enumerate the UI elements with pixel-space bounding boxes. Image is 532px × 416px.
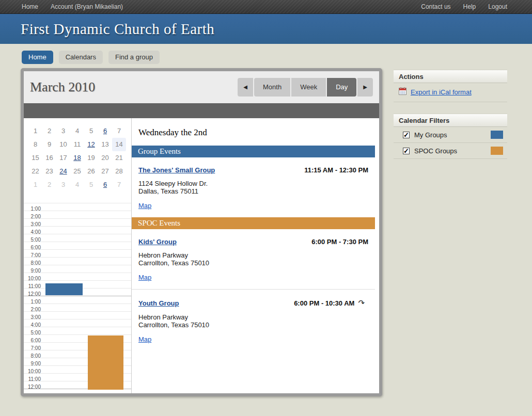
checkbox-my-groups[interactable]: ✓ [403,132,410,138]
mini-month-week: 1234567 [28,124,126,138]
topbar-right-links: Contact usHelpLogout [421,3,507,10]
mini-month-day: 9 [42,138,56,151]
mini-month-day: 26 [84,165,98,178]
hour-row-am: 5:00 [24,234,131,242]
day-view: Wednesday the 2nd Group EventsThe Jones'… [132,118,379,393]
mini-month-day[interactable]: 12 [84,138,98,151]
event-list: The Jones' Small Group11:15 AM - 12:30 P… [132,157,379,217]
hour-row-am: 3:00 [24,219,131,227]
mini-month-week: 22232425262728 [28,165,126,178]
spoc-events-block[interactable] [88,335,123,390]
export-ical-row: Export in iCal format [394,83,507,102]
calendar-filters-header: Calendar Filters [394,114,507,127]
topbar-link-logout[interactable]: Logout [488,3,507,10]
event-link-kids-group[interactable]: Kids' Group [138,238,177,246]
event-link-the-jones-small-group[interactable]: The Jones' Small Group [138,166,215,174]
mini-month-day: 25 [70,165,84,178]
event-item: Kids' Group6:00 PM - 7:30 PMHebron Parkw… [132,229,379,289]
map-link[interactable]: Map [138,274,151,281]
mini-month-week: 15161718192021 [28,151,126,165]
mini-month-day: 16 [42,151,56,165]
topbar-link-account-bryan-mikaelian[interactable]: Account (Bryan Mikaelian) [51,3,123,10]
hour-row-am: 6:00 [24,242,131,250]
hour-row-am: 1:00 [24,203,131,211]
mini-month-day: 28 [112,165,126,178]
topbar-link-contact-us[interactable]: Contact us [421,3,450,10]
hour-row-am: 7:00 [24,250,131,258]
mini-month-day: 13 [98,138,112,151]
prev-day-button[interactable]: ◀ [238,78,253,97]
jones-small-group-block[interactable] [45,283,83,295]
topbar-link-home[interactable]: Home [22,3,38,10]
mini-month-day: 1 [28,124,42,138]
calendar-filters-panel: Calendar Filters ✓My Groups✓SPOC Groups [394,114,507,159]
view-button-week[interactable]: Week [291,78,326,97]
mini-month-day: 8 [28,138,42,151]
calendar-left-column: 1234567891011121314151617181920212223242… [24,118,132,393]
map-link[interactable]: Map [138,335,151,343]
mini-month-day: 10 [56,138,70,151]
address-line: Hebron Parkway [138,314,365,322]
actions-panel-header: Actions [394,70,507,83]
tab-home[interactable]: Home [22,51,53,64]
event-address: Hebron ParkwayCarrollton, Texas 75010 [138,252,368,267]
calendar-panel-header: March 2010 ◀ MonthWeekDay ▶ [24,71,379,103]
event-address: 1124 Sleepy Hollow Dr.Dallas, Texas 7501… [138,180,368,196]
hour-row-pm: 5:00 [24,327,131,335]
calendar-panel: March 2010 ◀ MonthWeekDay ▶ 123456789101… [21,68,382,396]
event-address: Hebron ParkwayCarrollton, Texas 75010 [138,314,365,329]
mini-month-day: 27 [98,165,112,178]
event-title-row: Kids' Group6:00 PM - 7:30 PM [138,238,368,246]
mini-month-day: 2 [42,178,56,191]
mini-month-day: 5 [84,124,98,138]
filter-label: SPOC Groups [414,147,491,155]
address-line: Carrollton, Texas 75010 [138,322,365,329]
event-link-youth-group[interactable]: Youth Group [138,299,179,307]
address-line: Hebron Parkway [138,252,368,260]
address-line: Dallas, Texas 75011 [138,188,368,196]
day-heading: Wednesday the 2nd [138,127,379,138]
site-header: First Dynamic Church of Earth [0,14,532,44]
calendar-toolbar-bar [24,103,379,118]
tab-calendars[interactable]: Calendars [59,51,103,64]
mini-month-day: 1 [28,178,42,191]
mini-month-day: 5 [84,178,98,191]
map-link[interactable]: Map [138,202,151,210]
mini-month-today: 14 [112,138,126,151]
calendar-icon [399,87,406,97]
checkbox-spoc-groups[interactable]: ✓ [403,148,410,154]
page: HomeAccount (Bryan Mikaelian) Contact us… [0,0,532,416]
mini-month-day: 11 [70,138,84,151]
calendar-panel-body: 1234567891011121314151617181920212223242… [24,118,379,393]
event-time: 6:00 PM - 7:30 PM [311,238,368,246]
mini-month-day: 3 [56,124,70,138]
mini-month-day: 22 [28,165,42,178]
mini-month-day[interactable]: 6 [98,124,112,138]
mini-month-day[interactable]: 18 [70,151,84,165]
day-time-grid: 1:002:003:004:005:006:007:008:009:0010:0… [24,203,131,393]
event-time: 6:00 PM - 10:30 AM↷ [294,298,365,308]
hour-row-am: 10:00 [24,273,131,281]
hour-row-pm: 2:00 [24,304,131,312]
view-button-day[interactable]: Day [327,78,356,97]
section-bar-group-events: Group Events [132,146,375,157]
mini-month-day: 17 [56,151,70,165]
filter-row-spoc-groups: ✓SPOC Groups [394,143,507,159]
mini-month-day: 2 [42,124,56,138]
top-bar: HomeAccount (Bryan Mikaelian) Contact us… [0,0,532,14]
tab-find-a-group[interactable]: Find a group [108,51,160,64]
topbar-link-help[interactable]: Help [463,3,476,10]
mini-month-day: 15 [28,151,42,165]
view-button-month[interactable]: Month [254,78,290,97]
export-ical-link[interactable]: Export in iCal format [411,88,472,96]
topbar-left-links: HomeAccount (Bryan Mikaelian) [22,3,123,10]
mini-month-day[interactable]: 6 [98,178,112,191]
month-title: March 2010 [30,79,95,95]
hour-row-am: 2:00 [24,211,131,219]
next-day-button[interactable]: ▶ [357,78,373,97]
hour-row-am: 9:00 [24,265,131,273]
mini-month-day[interactable]: 24 [56,165,70,178]
event-time: 11:15 AM - 12:30 PM [304,166,368,174]
hour-row-pm: 3:00 [24,312,131,319]
nav-tabs: HomeCalendarsFind a group [22,51,532,64]
